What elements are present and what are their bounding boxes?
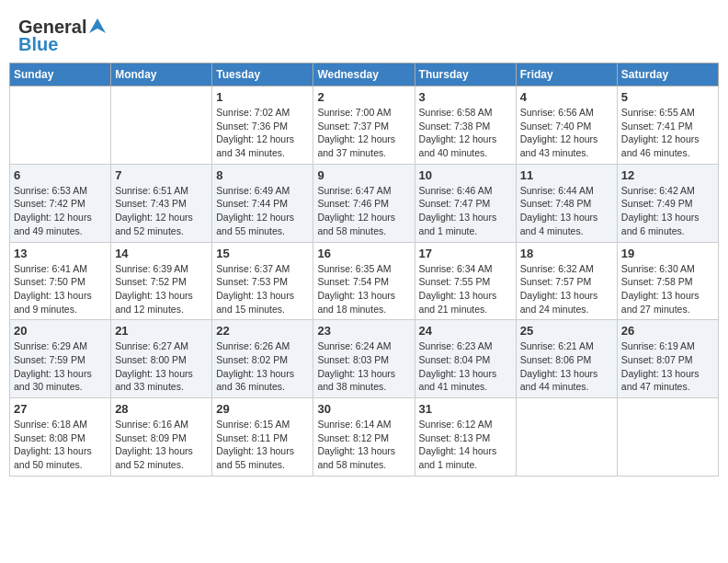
calendar-cell: 5Sunrise: 6:55 AMSunset: 7:41 PMDaylight… — [617, 86, 718, 165]
calendar-cell: 24Sunrise: 6:23 AMSunset: 8:04 PMDayligh… — [415, 320, 516, 398]
day-info: Sunrise: 6:35 AMSunset: 7:54 PMDaylight:… — [317, 262, 410, 316]
column-header-monday: Monday — [111, 63, 212, 86]
calendar-cell: 15Sunrise: 6:37 AMSunset: 7:53 PMDayligh… — [212, 242, 313, 320]
day-number: 12 — [621, 168, 714, 182]
calendar-cell: 14Sunrise: 6:39 AMSunset: 7:52 PMDayligh… — [111, 242, 212, 320]
calendar-cell: 6Sunrise: 6:53 AMSunset: 7:42 PMDaylight… — [10, 164, 111, 242]
calendar-cell: 16Sunrise: 6:35 AMSunset: 7:54 PMDayligh… — [313, 242, 415, 320]
day-number: 6 — [14, 168, 107, 182]
day-info: Sunrise: 6:47 AMSunset: 7:46 PMDaylight:… — [317, 184, 410, 238]
day-info: Sunrise: 6:18 AMSunset: 8:08 PMDaylight:… — [14, 418, 107, 472]
day-number: 1 — [216, 90, 309, 104]
calendar-cell — [617, 398, 718, 477]
day-number: 7 — [115, 168, 208, 182]
day-info: Sunrise: 6:42 AMSunset: 7:49 PMDaylight:… — [621, 184, 714, 238]
day-number: 13 — [14, 247, 107, 260]
day-number: 20 — [14, 324, 107, 338]
calendar-cell: 25Sunrise: 6:21 AMSunset: 8:06 PMDayligh… — [516, 320, 617, 398]
day-number: 29 — [216, 402, 309, 416]
day-info: Sunrise: 6:55 AMSunset: 7:41 PMDaylight:… — [621, 106, 714, 160]
svg-marker-0 — [89, 18, 106, 33]
day-info: Sunrise: 6:27 AMSunset: 8:00 PMDaylight:… — [115, 339, 208, 394]
day-info: Sunrise: 6:12 AMSunset: 8:13 PMDaylight:… — [419, 418, 512, 472]
day-info: Sunrise: 6:46 AMSunset: 7:47 PMDaylight:… — [419, 184, 512, 238]
day-info: Sunrise: 6:26 AMSunset: 8:02 PMDaylight:… — [216, 339, 309, 394]
calendar-week-row: 13Sunrise: 6:41 AMSunset: 7:50 PMDayligh… — [10, 242, 719, 320]
calendar-week-row: 20Sunrise: 6:29 AMSunset: 7:59 PMDayligh… — [10, 320, 719, 398]
column-header-thursday: Thursday — [415, 63, 516, 86]
day-info: Sunrise: 6:49 AMSunset: 7:44 PMDaylight:… — [216, 184, 309, 238]
day-info: Sunrise: 6:15 AMSunset: 8:11 PMDaylight:… — [216, 418, 309, 472]
calendar-cell: 11Sunrise: 6:44 AMSunset: 7:48 PMDayligh… — [516, 164, 617, 242]
day-number: 9 — [317, 168, 410, 182]
day-info: Sunrise: 6:44 AMSunset: 7:48 PMDaylight:… — [520, 184, 613, 238]
calendar-week-row: 1Sunrise: 7:02 AMSunset: 7:36 PMDaylight… — [10, 86, 719, 165]
calendar-table: SundayMondayTuesdayWednesdayThursdayFrid… — [9, 63, 719, 477]
column-header-friday: Friday — [516, 63, 617, 86]
calendar-week-row: 27Sunrise: 6:18 AMSunset: 8:08 PMDayligh… — [10, 398, 719, 477]
calendar-cell — [111, 86, 212, 165]
calendar-header-row: SundayMondayTuesdayWednesdayThursdayFrid… — [10, 63, 719, 86]
day-info: Sunrise: 6:56 AMSunset: 7:40 PMDaylight:… — [520, 106, 613, 160]
day-number: 16 — [317, 247, 410, 260]
calendar-cell: 28Sunrise: 6:16 AMSunset: 8:09 PMDayligh… — [111, 398, 212, 477]
calendar-cell: 8Sunrise: 6:49 AMSunset: 7:44 PMDaylight… — [212, 164, 313, 242]
day-info: Sunrise: 6:51 AMSunset: 7:43 PMDaylight:… — [115, 184, 208, 238]
day-info: Sunrise: 6:24 AMSunset: 8:03 PMDaylight:… — [317, 339, 410, 394]
day-number: 19 — [621, 247, 714, 260]
column-header-wednesday: Wednesday — [313, 63, 415, 86]
calendar-cell: 22Sunrise: 6:26 AMSunset: 8:02 PMDayligh… — [212, 320, 313, 398]
day-number: 25 — [520, 324, 613, 338]
day-info: Sunrise: 6:39 AMSunset: 7:52 PMDaylight:… — [115, 262, 208, 316]
calendar-cell: 17Sunrise: 6:34 AMSunset: 7:55 PMDayligh… — [415, 242, 516, 320]
calendar-cell: 18Sunrise: 6:32 AMSunset: 7:57 PMDayligh… — [516, 242, 617, 320]
column-header-sunday: Sunday — [10, 63, 111, 86]
day-number: 21 — [115, 324, 208, 338]
logo-blue: Blue — [18, 34, 58, 55]
day-info: Sunrise: 6:16 AMSunset: 8:09 PMDaylight:… — [115, 418, 208, 472]
calendar-cell: 21Sunrise: 6:27 AMSunset: 8:00 PMDayligh… — [111, 320, 212, 398]
day-number: 31 — [419, 402, 512, 416]
day-number: 17 — [419, 247, 512, 260]
day-number: 18 — [520, 247, 613, 260]
calendar-cell: 9Sunrise: 6:47 AMSunset: 7:46 PMDaylight… — [313, 164, 415, 242]
calendar-cell: 23Sunrise: 6:24 AMSunset: 8:03 PMDayligh… — [313, 320, 415, 398]
calendar-cell: 4Sunrise: 6:56 AMSunset: 7:40 PMDaylight… — [516, 86, 617, 165]
calendar-week-row: 6Sunrise: 6:53 AMSunset: 7:42 PMDaylight… — [10, 164, 719, 242]
calendar-cell: 19Sunrise: 6:30 AMSunset: 7:58 PMDayligh… — [617, 242, 718, 320]
day-number: 2 — [317, 90, 410, 104]
day-info: Sunrise: 6:14 AMSunset: 8:12 PMDaylight:… — [317, 418, 410, 472]
day-number: 30 — [317, 402, 410, 416]
day-number: 11 — [520, 168, 613, 182]
day-number: 5 — [621, 90, 714, 104]
logo: General Blue — [18, 17, 108, 55]
day-info: Sunrise: 7:00 AMSunset: 7:37 PMDaylight:… — [317, 106, 410, 160]
header: General Blue — [9, 9, 719, 59]
day-info: Sunrise: 7:02 AMSunset: 7:36 PMDaylight:… — [216, 106, 309, 160]
day-number: 26 — [621, 324, 714, 338]
calendar-cell: 2Sunrise: 7:00 AMSunset: 7:37 PMDaylight… — [313, 86, 415, 165]
day-info: Sunrise: 6:30 AMSunset: 7:58 PMDaylight:… — [621, 262, 714, 316]
day-info: Sunrise: 6:53 AMSunset: 7:42 PMDaylight:… — [14, 184, 107, 238]
day-number: 23 — [317, 324, 410, 338]
day-info: Sunrise: 6:37 AMSunset: 7:53 PMDaylight:… — [216, 262, 309, 316]
day-number: 10 — [419, 168, 512, 182]
calendar-cell: 10Sunrise: 6:46 AMSunset: 7:47 PMDayligh… — [415, 164, 516, 242]
day-number: 14 — [115, 247, 208, 260]
calendar-cell: 7Sunrise: 6:51 AMSunset: 7:43 PMDaylight… — [111, 164, 212, 242]
day-number: 22 — [216, 324, 309, 338]
day-number: 15 — [216, 247, 309, 260]
day-number: 24 — [419, 324, 512, 338]
day-info: Sunrise: 6:29 AMSunset: 7:59 PMDaylight:… — [14, 339, 107, 394]
calendar-cell: 26Sunrise: 6:19 AMSunset: 8:07 PMDayligh… — [617, 320, 718, 398]
day-number: 4 — [520, 90, 613, 104]
day-number: 8 — [216, 168, 309, 182]
calendar-cell: 1Sunrise: 7:02 AMSunset: 7:36 PMDaylight… — [212, 86, 313, 165]
calendar-cell: 3Sunrise: 6:58 AMSunset: 7:38 PMDaylight… — [415, 86, 516, 165]
day-info: Sunrise: 6:34 AMSunset: 7:55 PMDaylight:… — [419, 262, 512, 316]
day-info: Sunrise: 6:58 AMSunset: 7:38 PMDaylight:… — [419, 106, 512, 160]
day-number: 28 — [115, 402, 208, 416]
day-info: Sunrise: 6:23 AMSunset: 8:04 PMDaylight:… — [419, 339, 512, 394]
column-header-saturday: Saturday — [617, 63, 718, 86]
calendar-cell: 27Sunrise: 6:18 AMSunset: 8:08 PMDayligh… — [10, 398, 111, 477]
